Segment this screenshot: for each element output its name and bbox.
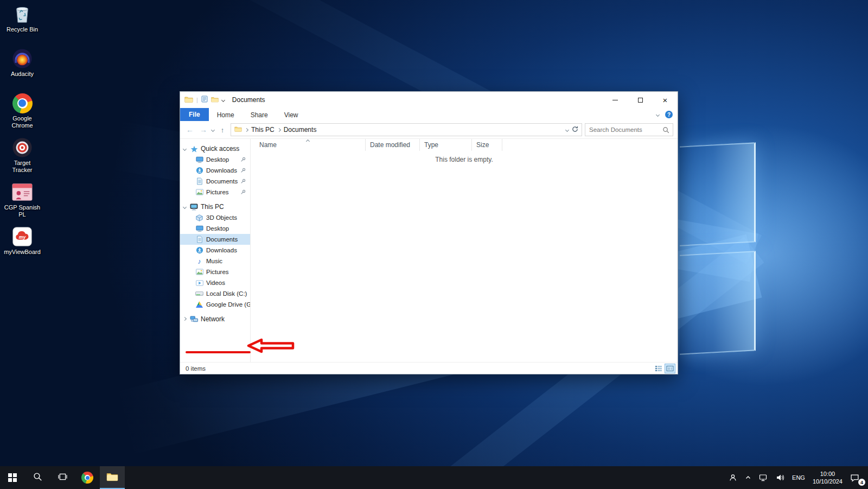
nav-item-music[interactable]: ♪ Music bbox=[180, 256, 250, 266]
windows-logo-wallpaper bbox=[680, 141, 756, 354]
column-headers: Name Date modified Type Size bbox=[251, 139, 678, 151]
taskbar: ENG 10:00 10/10/2024 4 bbox=[0, 466, 868, 489]
notification-badge: 4 bbox=[858, 479, 865, 486]
breadcrumb-chevron-icon[interactable] bbox=[245, 128, 248, 131]
breadcrumb-chevron-icon[interactable] bbox=[277, 128, 281, 131]
large-icons-view-button[interactable] bbox=[665, 364, 675, 373]
pictures-icon bbox=[195, 188, 203, 196]
desktop-icon-myviewboard[interactable]: my myViewBoard bbox=[1, 226, 43, 270]
nav-item-qa-documents[interactable]: Documents bbox=[180, 176, 250, 187]
language-indicator[interactable]: ENG bbox=[788, 466, 809, 489]
new-folder-button[interactable] bbox=[211, 96, 219, 104]
column-header-date-modified[interactable]: Date modified bbox=[366, 139, 420, 151]
explorer-content: Quick access Desktop Downloads bbox=[180, 139, 678, 362]
search-icon[interactable] bbox=[662, 126, 673, 134]
help-icon[interactable]: ? bbox=[665, 111, 673, 118]
column-header-size[interactable]: Size bbox=[472, 139, 502, 151]
desktop-icon-cgp-spanish[interactable]: CGP Spanish PL bbox=[1, 181, 43, 226]
details-view-button[interactable] bbox=[653, 364, 664, 373]
nav-label: This PC bbox=[201, 203, 224, 211]
nav-item-videos[interactable]: Videos bbox=[180, 277, 250, 288]
nav-label: Documents bbox=[206, 236, 238, 243]
address-bar[interactable]: This PC Documents bbox=[231, 123, 582, 136]
refresh-icon[interactable] bbox=[572, 126, 578, 134]
tab-share[interactable]: Share bbox=[242, 108, 276, 121]
address-dropdown-caret-icon[interactable] bbox=[565, 128, 569, 131]
network-tray-icon[interactable] bbox=[755, 466, 772, 489]
task-view-button[interactable] bbox=[50, 466, 75, 489]
file-explorer-window: | Documents × File Home Share View ? ← → bbox=[180, 91, 678, 374]
nav-label: Documents bbox=[206, 178, 238, 185]
maximize-button[interactable] bbox=[628, 92, 653, 108]
tab-view[interactable]: View bbox=[276, 108, 307, 121]
forward-button[interactable]: → bbox=[198, 126, 209, 134]
back-button[interactable]: ← bbox=[184, 126, 195, 134]
location-folder-icon bbox=[234, 126, 242, 134]
nav-label: Local Disk (C:) bbox=[206, 290, 247, 297]
column-header-type[interactable]: Type bbox=[420, 139, 472, 151]
toolbar-separator: | bbox=[196, 97, 198, 103]
nav-item-google-drive[interactable]: Google Drive (G:) bbox=[180, 299, 250, 310]
nav-section-quick-access[interactable]: Quick access bbox=[180, 143, 250, 154]
nav-label: 3D Objects bbox=[206, 214, 237, 221]
taskbar-file-explorer-button[interactable] bbox=[100, 466, 125, 489]
nav-item-pictures[interactable]: Pictures bbox=[180, 266, 250, 277]
nav-item-desktop[interactable]: Desktop bbox=[180, 223, 250, 234]
up-button[interactable]: ↑ bbox=[217, 126, 228, 134]
quick-access-star-icon bbox=[190, 145, 198, 153]
breadcrumb-documents[interactable]: Documents bbox=[284, 126, 317, 134]
nav-section-network[interactable]: Network bbox=[180, 314, 250, 325]
tab-home[interactable]: Home bbox=[209, 108, 242, 121]
desktop-icon-recycle-bin[interactable]: Recycle Bin bbox=[1, 3, 43, 48]
show-hidden-icons-chevron[interactable] bbox=[741, 466, 755, 489]
nav-item-local-disk-c[interactable]: Local Disk (C:) bbox=[180, 288, 250, 299]
search-box bbox=[585, 123, 673, 136]
windows-logo-icon bbox=[8, 473, 17, 482]
taskbar-chrome-button[interactable] bbox=[75, 466, 100, 489]
local-disk-icon bbox=[195, 290, 203, 298]
sort-ascending-icon bbox=[305, 139, 309, 143]
nav-item-qa-desktop[interactable]: Desktop bbox=[180, 154, 250, 165]
audacity-icon bbox=[11, 48, 33, 69]
volume-icon[interactable] bbox=[772, 466, 788, 489]
expand-ribbon-caret-icon[interactable] bbox=[656, 112, 660, 116]
nav-label: Music bbox=[206, 258, 222, 264]
people-button[interactable] bbox=[725, 466, 741, 489]
minimize-button[interactable] bbox=[603, 92, 628, 108]
taskbar-search-button[interactable] bbox=[25, 466, 50, 489]
nav-item-documents[interactable]: Documents bbox=[180, 234, 250, 245]
desktop-icon-audacity[interactable]: Audacity bbox=[1, 48, 43, 92]
taskbar-clock[interactable]: 10:00 10/10/2024 bbox=[809, 466, 846, 489]
nav-item-downloads[interactable]: Downloads bbox=[180, 245, 250, 256]
clock-date: 10/10/2024 bbox=[813, 478, 843, 485]
google-drive-icon bbox=[195, 301, 203, 309]
nav-item-qa-pictures[interactable]: Pictures bbox=[180, 187, 250, 198]
pictures-icon bbox=[195, 268, 203, 276]
column-header-name[interactable]: Name bbox=[251, 139, 366, 151]
desktop-icon-google-chrome[interactable]: Google Chrome bbox=[1, 92, 43, 137]
customize-toolbar-caret-icon[interactable] bbox=[221, 98, 225, 101]
downloads-icon bbox=[195, 246, 203, 255]
nav-label: Google Drive (G:) bbox=[206, 301, 251, 308]
breadcrumb-this-pc[interactable]: This PC bbox=[251, 126, 275, 134]
collapse-caret-icon[interactable] bbox=[183, 205, 187, 209]
nav-section-this-pc[interactable]: This PC bbox=[180, 201, 250, 212]
chrome-icon bbox=[81, 472, 93, 484]
pin-icon bbox=[240, 168, 246, 173]
tab-file[interactable]: File bbox=[180, 108, 209, 121]
title-bar: | Documents × bbox=[180, 92, 678, 108]
collapse-caret-icon[interactable] bbox=[183, 147, 187, 151]
close-button[interactable]: × bbox=[653, 92, 678, 108]
search-input[interactable] bbox=[585, 126, 662, 133]
start-button[interactable] bbox=[0, 466, 25, 489]
nav-label: Network bbox=[201, 315, 225, 323]
nav-item-qa-downloads[interactable]: Downloads bbox=[180, 165, 250, 176]
desktop-icon-target-tracker[interactable]: Target Tracker bbox=[1, 137, 43, 181]
action-center-button[interactable]: 4 bbox=[846, 466, 866, 489]
recent-locations-caret-icon[interactable] bbox=[211, 128, 215, 131]
expand-caret-icon[interactable] bbox=[183, 317, 187, 321]
pin-icon bbox=[240, 157, 246, 162]
chrome-icon bbox=[11, 92, 33, 114]
nav-item-3d-objects[interactable]: 3D Objects bbox=[180, 212, 250, 223]
properties-button[interactable] bbox=[201, 96, 208, 104]
